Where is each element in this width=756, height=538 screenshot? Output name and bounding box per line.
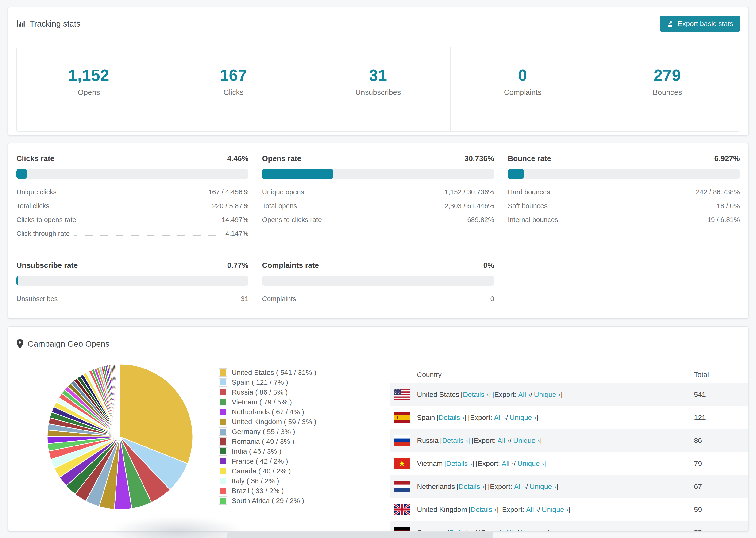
export-all-link[interactable]: All › bbox=[518, 391, 530, 399]
flag-netherlands-icon bbox=[394, 481, 410, 492]
export-all-link[interactable]: All › bbox=[514, 483, 526, 491]
geo-pie-legend: United States ( 541 / 31% ) Spain ( 121 … bbox=[219, 368, 316, 506]
rate-detail-row: Soft bounces18 / 0% bbox=[508, 202, 740, 216]
details-link[interactable]: Details › bbox=[459, 483, 484, 491]
page-title-label: Tracking stats bbox=[29, 19, 81, 28]
details-link[interactable]: Details › bbox=[442, 437, 468, 445]
rate-detail-row: Internal bounces19 / 6.81% bbox=[508, 216, 740, 230]
stat-unsubscribes: 31 Unsubscribes bbox=[306, 47, 451, 132]
export-all-link[interactable]: All › bbox=[526, 506, 538, 513]
legend-item: Spain ( 121 / 7% ) bbox=[219, 377, 316, 387]
geo-opens-table: Country Total United States [Details ›] … bbox=[390, 366, 748, 531]
export-all-link[interactable]: All › bbox=[498, 437, 510, 445]
legend-swatch bbox=[219, 427, 227, 436]
geo-panel-title-label: Campaign Geo Opens bbox=[28, 339, 109, 349]
rate-detail-row: Unsubscribes31 bbox=[17, 295, 248, 309]
legend-swatch bbox=[219, 467, 227, 475]
export-unique-link[interactable]: Unique › bbox=[517, 459, 544, 467]
country-total: 541 bbox=[694, 391, 748, 399]
export-all-link[interactable]: All › bbox=[502, 459, 514, 467]
export-icon bbox=[667, 20, 674, 27]
country-name: Russia bbox=[417, 437, 439, 445]
country-name: Spain bbox=[417, 413, 435, 422]
export-unique-link[interactable]: Unique › bbox=[542, 506, 568, 513]
stat-unsubscribes-label: Unsubscribes bbox=[355, 88, 401, 97]
total-column-header: Total bbox=[694, 371, 748, 379]
rate-detail-row: Total clicks220 / 5.87% bbox=[17, 202, 248, 216]
legend-swatch bbox=[219, 388, 227, 397]
legend-swatch bbox=[219, 437, 227, 446]
rate-detail-row: Complaints0 bbox=[262, 295, 494, 309]
country-name: United States bbox=[417, 391, 459, 399]
legend-swatch bbox=[219, 368, 227, 377]
country-name: Vietnam bbox=[417, 459, 443, 467]
export-all-link[interactable]: All › bbox=[505, 529, 517, 531]
geo-panel-header: Campaign Geo Opens bbox=[8, 327, 748, 361]
rate-detail-row: Opens to clicks rate689.82% bbox=[262, 216, 494, 230]
opens-rate-bar bbox=[262, 169, 494, 179]
country-total: 86 bbox=[694, 437, 748, 445]
legend-swatch bbox=[219, 418, 227, 426]
stat-bounces: 279 Bounces bbox=[595, 47, 739, 132]
table-row-russia: Russia [Details ›] [Export:All ›/Unique … bbox=[390, 429, 748, 452]
legend-item: Netherlands ( 67 / 4% ) bbox=[219, 407, 316, 417]
flag-united-kingdom-icon bbox=[394, 504, 410, 515]
bounce-rate-block: Bounce rate 6.927% Hard bounces242 / 86.… bbox=[508, 154, 740, 243]
legend-item: United States ( 541 / 31% ) bbox=[219, 368, 316, 377]
export-unique-link[interactable]: Unique › bbox=[530, 483, 556, 491]
legend-swatch bbox=[219, 477, 227, 485]
clicks-rate-value: 4.46% bbox=[227, 154, 249, 163]
legend-swatch bbox=[219, 447, 227, 456]
stat-opens: 1,152 Opens bbox=[17, 47, 161, 132]
legend-swatch bbox=[219, 497, 227, 505]
country-total: 59 bbox=[694, 506, 748, 513]
legend-item: Romania ( 49 / 3% ) bbox=[219, 437, 316, 447]
legend-item: United Kingdom ( 59 / 3% ) bbox=[219, 417, 316, 427]
country-total: 121 bbox=[694, 413, 748, 422]
stat-clicks: 167 Clicks bbox=[161, 47, 306, 132]
country-column-header: Country bbox=[390, 371, 694, 379]
bounce-rate-bar bbox=[508, 169, 740, 179]
export-all-link[interactable]: All › bbox=[494, 413, 506, 422]
export-basic-stats-button[interactable]: Export basic stats bbox=[660, 16, 740, 32]
rate-detail-row: Hard bounces242 / 86.738% bbox=[508, 188, 740, 202]
clicks-rate-bar bbox=[17, 169, 248, 179]
geo-table-header: Country Total bbox=[390, 366, 748, 383]
table-row-united-states: United States [Details ›] [Export:All ›/… bbox=[390, 383, 748, 406]
rate-detail-row: Unique clicks167 / 4.456% bbox=[17, 188, 248, 202]
clicks-rate-title: Clicks rate bbox=[17, 154, 54, 163]
rate-detail-row: Click through rate4.147% bbox=[17, 230, 248, 243]
clicks-rate-block: Clicks rate 4.46% Unique clicks167 / 4.4… bbox=[17, 154, 248, 243]
export-unique-link[interactable]: Unique › bbox=[510, 413, 536, 422]
export-unique-link[interactable]: Unique › bbox=[534, 391, 561, 399]
flag-germany-icon bbox=[394, 527, 410, 531]
summary-stats-strip: 1,152 Opens 167 Clicks 31 Unsubscribes 0… bbox=[17, 47, 740, 132]
rates-panel: Clicks rate 4.46% Unique clicks167 / 4.4… bbox=[8, 143, 748, 318]
opens-rate-title: Opens rate bbox=[262, 154, 301, 163]
table-row-united-kingdom: United Kingdom [Details ›] [Export:All ›… bbox=[390, 498, 748, 521]
unsubscribe-rate-title: Unsubscribe rate bbox=[17, 261, 78, 270]
export-button-label: Export basic stats bbox=[677, 20, 733, 28]
stat-opens-label: Opens bbox=[78, 88, 100, 97]
legend-item: Russia ( 86 / 5% ) bbox=[219, 387, 316, 397]
export-unique-link[interactable]: Unique › bbox=[521, 529, 547, 531]
details-link[interactable]: Details › bbox=[446, 459, 472, 467]
location-pin-icon bbox=[17, 339, 24, 349]
details-link[interactable]: Details › bbox=[463, 391, 489, 399]
export-unique-link[interactable]: Unique › bbox=[513, 437, 540, 445]
legend-swatch bbox=[219, 398, 227, 406]
details-link[interactable]: Details › bbox=[471, 506, 497, 513]
complaints-rate-title: Complaints rate bbox=[262, 261, 319, 270]
stat-complaints-label: Complaints bbox=[504, 88, 541, 97]
country-total: 67 bbox=[694, 483, 748, 491]
stat-clicks-value: 167 bbox=[220, 66, 247, 84]
stat-complaints: 0 Complaints bbox=[451, 47, 595, 132]
complaints-rate-block: Complaints rate 0% Complaints0 bbox=[262, 261, 494, 309]
legend-item: Canada ( 40 / 2% ) bbox=[219, 466, 316, 476]
details-link[interactable]: Details › bbox=[439, 413, 464, 422]
legend-item: Vietnam ( 79 / 5% ) bbox=[219, 397, 316, 407]
details-link[interactable]: Details › bbox=[450, 529, 475, 531]
legend-item: Germany ( 55 / 3% ) bbox=[219, 427, 316, 437]
rate-detail-row: Clicks to opens rate14.497% bbox=[17, 216, 248, 230]
stat-unsubscribes-value: 31 bbox=[369, 66, 387, 84]
